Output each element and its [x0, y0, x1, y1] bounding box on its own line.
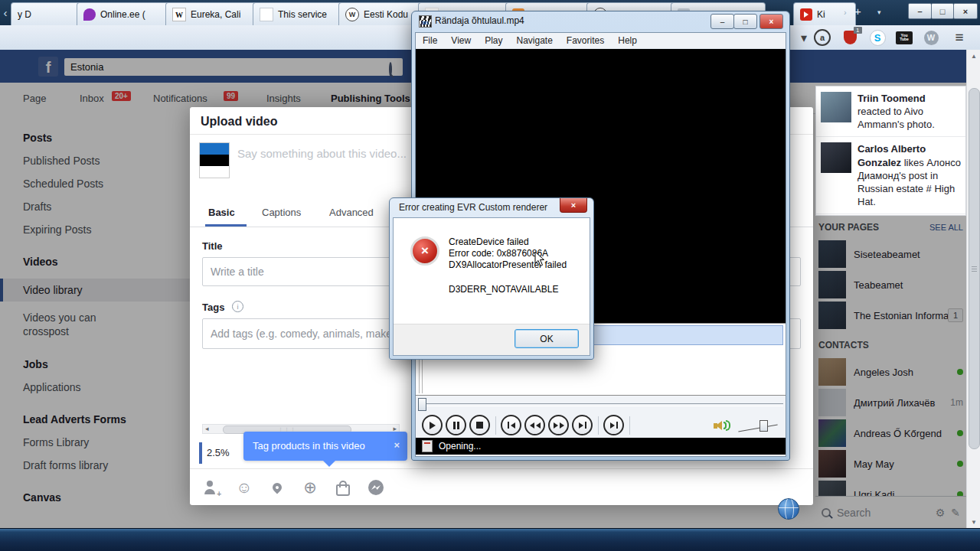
mpc-maximize-button[interactable]: □ [733, 14, 757, 29]
upload-progress-percent: 2.5% [207, 447, 230, 458]
wikipedia-favicon: W [172, 8, 186, 21]
ok-button[interactable]: OK [514, 329, 579, 348]
panel-chevron-icon[interactable]: ▾ [796, 29, 812, 46]
ticker-item[interactable]: Carlos Alberto Gonzalez likes Алонсо Диа… [816, 137, 965, 214]
browser-tab[interactable]: This service [253, 2, 351, 26]
hamburger-menu-icon[interactable]: ≡ [949, 29, 969, 46]
new-tab-button[interactable]: + [854, 5, 861, 18]
tab-advanced[interactable]: Advanced [329, 207, 374, 218]
tooltip-arrow [322, 460, 336, 467]
tab-captions[interactable]: Captions [262, 207, 301, 218]
mpc-app-icon: 321 [419, 15, 432, 28]
ticker-thumbnail [821, 142, 851, 173]
tab-overflow-chevron-icon[interactable]: › [844, 8, 847, 17]
skip-forward-button[interactable] [572, 415, 593, 435]
menu-favorites[interactable]: Favorites [560, 35, 611, 46]
volume-handle[interactable] [760, 420, 768, 432]
active-tab-underline [205, 224, 247, 227]
hscroll-left-icon[interactable]: ◂ [205, 425, 209, 432]
error-line: Error code: 0x8876086A [449, 248, 548, 259]
feeling-smiley-icon[interactable]: ☺ [235, 478, 253, 497]
stop-button[interactable] [469, 415, 490, 435]
browser-tab[interactable]: Online.ee ( [77, 2, 178, 26]
crosshair-icon[interactable]: ⊕ [301, 478, 319, 497]
title-label: Title [202, 240, 223, 252]
status-text: Opening... [439, 441, 481, 452]
adblock-badge: 1 [854, 27, 861, 34]
tab-scroll-left-icon[interactable]: ‹ [0, 0, 11, 25]
play-button[interactable] [422, 415, 443, 435]
menu-file[interactable]: File [416, 35, 444, 46]
seek-handle[interactable] [418, 398, 426, 411]
tag-people-icon[interactable]: + [202, 478, 220, 497]
error-dialog: Error creating EVR Custom renderer × × C… [389, 197, 594, 360]
rewind-button[interactable] [524, 415, 545, 435]
menu-play[interactable]: Play [478, 35, 509, 46]
browser-tab[interactable]: WEureka, Cali [165, 2, 265, 26]
menu-view[interactable]: View [444, 35, 478, 46]
error-dialog-title: Error creating EVR Custom renderer [399, 202, 547, 213]
ticker-item[interactable]: CrispinJr Trompeta "h...!" [816, 214, 965, 216]
w-circle-favicon: W [345, 8, 359, 21]
tags-label: Tags [202, 302, 224, 313]
window-close-button[interactable]: × [953, 3, 978, 19]
volume-speaker-icon[interactable] [714, 419, 732, 432]
tag-products-bag-icon[interactable] [334, 478, 352, 497]
transport-controls [416, 412, 786, 438]
divider [598, 416, 599, 435]
list-all-tabs-icon[interactable]: ▾ [877, 8, 881, 16]
location-pin-icon[interactable] [268, 478, 286, 497]
window-restore-button[interactable]: □ [931, 3, 954, 19]
error-line: CreateDevice failed [449, 236, 529, 247]
divider [629, 416, 630, 435]
description-placeholder[interactable]: Say something about this video... [237, 147, 407, 160]
mpc-close-button[interactable]: × [760, 14, 783, 29]
seek-groove [418, 403, 783, 406]
skip-back-button[interactable] [501, 415, 521, 435]
step-button[interactable] [603, 415, 624, 435]
online-ee-favicon [83, 8, 96, 21]
video-thumbnail-estonian-flag [199, 142, 230, 178]
seek-bar[interactable] [416, 396, 786, 412]
divider [495, 416, 496, 435]
messenger-icon[interactable] [367, 478, 385, 497]
youtube-extension-icon[interactable]: YouTube [894, 29, 914, 46]
error-line: D3DERR_NOTAVAILABLE [449, 284, 558, 295]
mpc-window-title: Rändaja õhtulaul.mp4 [435, 15, 524, 26]
status-file-icon [422, 440, 433, 452]
upload-progress-fill [199, 442, 202, 464]
mpc-status-bar: Opening... [416, 438, 786, 455]
tab-basic[interactable]: Basic [208, 207, 235, 218]
tooltip-close-icon[interactable]: × [394, 439, 400, 451]
scrollbar-up-icon[interactable]: ▲ [967, 50, 980, 62]
mpc-minimize-button[interactable]: – [710, 14, 734, 29]
windows-taskbar [0, 528, 980, 551]
browser-scrollbar[interactable]: ▲ ▼ [966, 50, 980, 528]
tags-info-icon[interactable]: i [232, 301, 243, 312]
mpc-menubar: File View Play Navigate Favorites Help [416, 33, 786, 49]
skype-extension-icon[interactable]: S [868, 29, 887, 46]
w-extension-icon[interactable]: W [922, 29, 940, 46]
menu-navigate[interactable]: Navigate [509, 35, 559, 46]
mouse-cursor [534, 251, 546, 267]
window-minimize-button[interactable]: – [908, 3, 932, 19]
blank-favicon [260, 8, 273, 21]
scrollbar-thumb[interactable] [969, 88, 980, 449]
ticker-panel: Triin Toomend reacted to Aivo Ammann's p… [815, 86, 966, 216]
ticker-item[interactable]: Triin Toomend reacted to Aivo Ammann's p… [816, 86, 965, 137]
volume-slider[interactable] [738, 418, 778, 433]
error-line: DX9AllocatorPresenter failed [449, 259, 567, 270]
error-close-button[interactable]: × [560, 198, 587, 213]
tag-products-tooltip: Tag products in this video × [243, 432, 407, 461]
menu-help[interactable]: Help [611, 35, 644, 46]
dialog-footer: + ☺ ⊕ Publish ▾ [190, 468, 813, 506]
fast-forward-button[interactable] [548, 415, 569, 435]
scrollbar-down-icon[interactable]: ▼ [967, 516, 980, 528]
error-icon: × [410, 236, 439, 266]
youtube-favicon [800, 8, 812, 21]
pause-button[interactable] [446, 415, 466, 435]
error-dialog-body: × CreateDevice failed Error code: 0x8876… [393, 217, 590, 356]
globe-icon[interactable] [778, 498, 799, 520]
adblock-shield-icon[interactable]: 1 [841, 29, 859, 46]
addon-swirl-icon[interactable]: a [813, 29, 831, 46]
